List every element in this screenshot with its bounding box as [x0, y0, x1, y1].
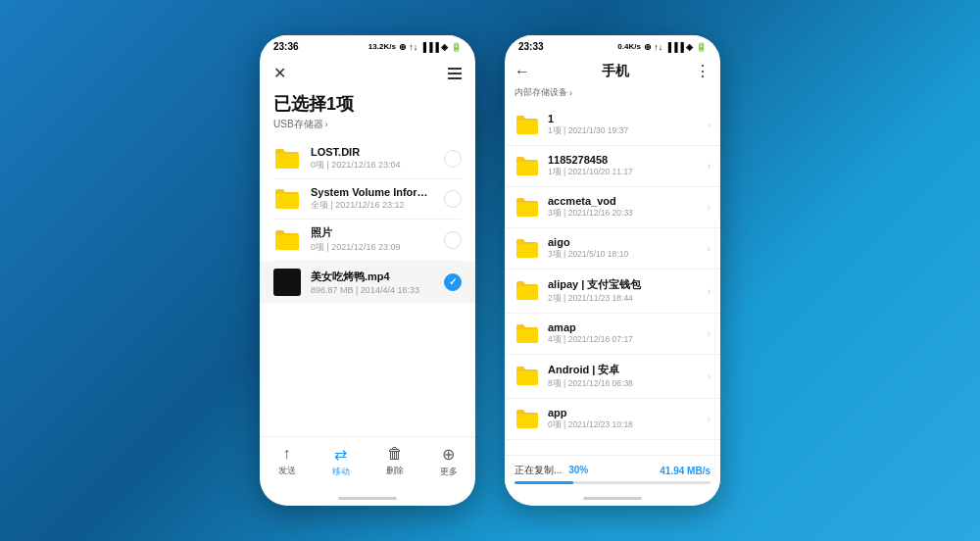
progress-percent: 30% [568, 465, 588, 475]
left-status-icons: 13.2K/s ⊕ ↑↓ ▐▐▐ ◈ 🔋 [368, 42, 462, 52]
send-button[interactable]: ↑ 发送 [260, 445, 314, 478]
file-meta: 2项 | 2021/11/23 18:44 [548, 293, 700, 305]
list-arrow: › [708, 243, 710, 254]
file-info: 美女吃烤鸭.mp4 896.87 MB | 2014/4/4 16:33 [311, 270, 434, 295]
check-circle[interactable] [444, 231, 462, 249]
file-meta: 1项 | 2021/10/20 11:17 [548, 167, 700, 178]
delete-icon: 🗑 [387, 445, 403, 463]
video-thumbnail [273, 269, 301, 296]
file-name: LOST.DIR [311, 146, 434, 158]
progress-track [514, 481, 710, 484]
progress-label: 正在复制... 30% [514, 464, 588, 477]
folder-icon [514, 115, 540, 136]
folder-icon [514, 197, 540, 219]
file-name: accmeta_vod [548, 195, 700, 207]
file-meta: 3项 | 2021/5/10 18:10 [548, 249, 700, 261]
list-item[interactable]: 照片 0项 | 2021/12/16 23:09 [260, 219, 475, 261]
more-button[interactable]: ⊕ 更多 [421, 445, 475, 478]
breadcrumb[interactable]: USB存储器 › [273, 118, 462, 131]
file-meta: 0项 | 2021/12/23 10:18 [548, 419, 700, 431]
delete-button[interactable]: 🗑 删除 [368, 445, 421, 478]
progress-section: 正在复制... 30% 41.94 MB/s [505, 455, 720, 490]
move-button[interactable]: ⇄ 移动 [314, 445, 368, 478]
network-speed: 13.2K/s [368, 42, 396, 51]
menu-button[interactable] [448, 68, 462, 79]
send-icon: ↑ [283, 445, 291, 463]
sub-breadcrumb[interactable]: 内部存储设备 › [505, 84, 720, 105]
page-title: 已选择1项 [273, 92, 462, 116]
check-circle[interactable] [444, 190, 462, 208]
file-name: amap [548, 321, 700, 333]
list-item[interactable]: 1 1项 | 2021/1/30 19:37 › [505, 105, 720, 146]
back-button[interactable]: ← [514, 63, 530, 80]
delete-label: 删除 [386, 465, 404, 477]
right-status-icons: 0.4K/s ⊕ ↑↓ ▐▐▐ ◈ 🔋 [617, 42, 707, 52]
file-info: alipay | 支付宝钱包 2项 | 2021/11/23 18:44 [548, 277, 700, 305]
list-arrow: › [708, 414, 710, 424]
list-arrow: › [708, 202, 710, 213]
list-item[interactable]: 1185278458 1项 | 2021/10/20 11:17 › [505, 146, 720, 187]
left-phone: 23:36 13.2K/s ⊕ ↑↓ ▐▐▐ ◈ 🔋 ✕ 已选择1项 USB存储… [260, 35, 475, 506]
file-name: 照片 [311, 225, 434, 240]
left-header: ✕ [260, 56, 475, 86]
file-meta: 3项 | 2021/12/16 20:33 [548, 208, 700, 220]
file-name: aigo [548, 236, 700, 248]
list-arrow: › [708, 161, 710, 172]
list-item[interactable]: aigo 3项 | 2021/5/10 18:10 › [505, 228, 720, 270]
right-time: 23:33 [518, 41, 544, 52]
list-item[interactable]: System Volume Information 全项 | 2021/12/1… [260, 179, 475, 219]
sub-breadcrumb-arrow: › [569, 88, 572, 98]
left-time: 23:36 [273, 41, 299, 52]
right-phone: 23:33 0.4K/s ⊕ ↑↓ ▐▐▐ ◈ 🔋 ← 手机 ⋮ 内部存储设备 … [505, 35, 720, 506]
right-file-list: 1 1项 | 2021/1/30 19:37 › 1185278458 1项 |… [505, 105, 720, 455]
home-indicator [260, 490, 475, 506]
move-label: 移动 [332, 466, 350, 478]
send-label: 发送 [278, 465, 296, 477]
list-item[interactable]: LOST.DIR 0项 | 2021/12/16 23:04 [260, 139, 475, 178]
file-meta: 0项 | 2021/12/16 23:09 [311, 241, 434, 254]
folder-icon [273, 187, 301, 211]
check-circle-checked[interactable] [444, 273, 462, 291]
file-name: alipay | 支付宝钱包 [548, 277, 700, 292]
list-item[interactable]: 美女吃烤鸭.mp4 896.87 MB | 2014/4/4 16:33 [260, 262, 475, 303]
list-item[interactable]: Android | 安卓 8项 | 2021/12/16 06:38 › [505, 355, 720, 399]
folder-icon [514, 323, 540, 345]
list-arrow: › [708, 120, 710, 130]
folder-icon [514, 366, 540, 387]
file-info: 1 1项 | 2021/1/30 19:37 [548, 113, 700, 137]
file-name: 美女吃烤鸭.mp4 [311, 270, 434, 284]
list-arrow: › [708, 328, 710, 339]
file-info: accmeta_vod 3项 | 2021/12/16 20:33 [548, 195, 700, 220]
list-arrow: › [708, 371, 710, 382]
file-info: 1185278458 1项 | 2021/10/20 11:17 [548, 154, 700, 178]
file-meta: 8项 | 2021/12/16 06:38 [548, 378, 700, 390]
check-circle[interactable] [444, 150, 462, 168]
list-item[interactable]: app 0项 | 2021/12/23 10:18 › [505, 399, 720, 440]
folder-icon [514, 409, 540, 430]
file-name: app [548, 407, 700, 418]
file-meta: 1项 | 2021/1/30 19:37 [548, 125, 700, 137]
list-item[interactable]: accmeta_vod 3项 | 2021/12/16 20:33 › [505, 187, 720, 228]
file-name: 1185278458 [548, 154, 700, 166]
right-header: ← 手机 ⋮ [505, 56, 720, 84]
file-meta: 4项 | 2021/12/16 07:17 [548, 334, 700, 346]
home-indicator [505, 490, 720, 506]
breadcrumb-arrow: › [325, 120, 328, 129]
folder-icon [514, 238, 540, 260]
close-button[interactable]: ✕ [273, 64, 286, 82]
file-name: 1 [548, 113, 700, 124]
right-more-button[interactable]: ⋮ [695, 62, 710, 80]
right-signal-icons: ⊕ ↑↓ ▐▐▐ ◈ 🔋 [644, 42, 707, 52]
folder-icon [514, 156, 540, 177]
file-info: LOST.DIR 0项 | 2021/12/16 23:04 [311, 146, 434, 172]
file-info: 照片 0项 | 2021/12/16 23:09 [311, 225, 434, 254]
list-item[interactable]: alipay | 支付宝钱包 2项 | 2021/11/23 18:44 › [505, 270, 720, 314]
folder-icon [273, 228, 301, 252]
folder-icon [514, 280, 540, 302]
list-item[interactable]: amap 4项 | 2021/12/16 07:17 › [505, 314, 720, 355]
file-meta: 0项 | 2021/12/16 23:04 [311, 159, 434, 172]
file-info: amap 4项 | 2021/12/16 07:17 [548, 321, 700, 346]
left-status-bar: 23:36 13.2K/s ⊕ ↑↓ ▐▐▐ ◈ 🔋 [260, 35, 475, 56]
signal-icons: ⊕ ↑↓ ▐▐▐ ◈ 🔋 [399, 42, 462, 52]
file-info: aigo 3项 | 2021/5/10 18:10 [548, 236, 700, 261]
